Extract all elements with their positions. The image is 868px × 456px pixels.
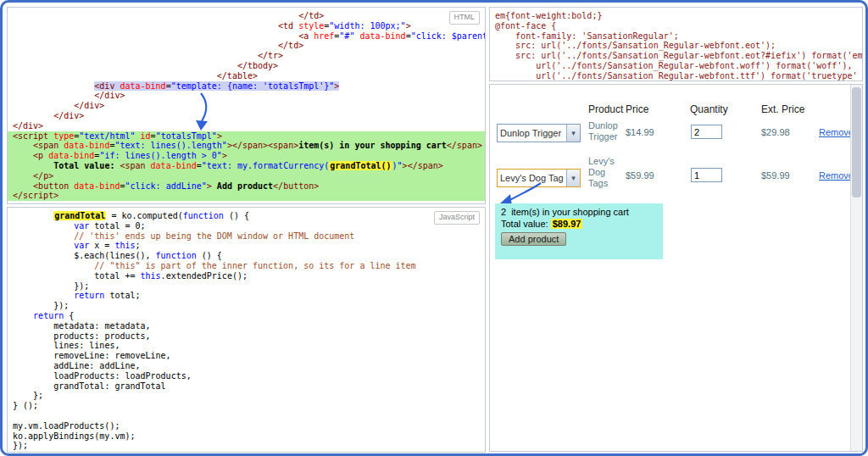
- code-line: @font-face {: [490, 21, 862, 31]
- remove-link[interactable]: Remove: [819, 127, 854, 137]
- code-line: grandTotal: grandTotal: [8, 381, 485, 392]
- code-line: src: url('../fonts/Sansation_Regular-web…: [490, 41, 862, 51]
- product-description: Dunlop Trigger: [588, 120, 629, 142]
- code-line: // "this" is part of the inner function,…: [8, 261, 485, 271]
- code-line: [8, 411, 485, 421]
- code-line: products: products,: [8, 331, 485, 342]
- js-code-panel: grandTotal = ko.computed(function () { v…: [7, 207, 486, 453]
- product-description: Levy's Dog Tags: [588, 156, 626, 189]
- code-line: </div>: [8, 111, 485, 121]
- code-line: <td style="width: 100px;">: [8, 21, 485, 31]
- product-select[interactable]: Dunlop Trigger ▾: [497, 124, 581, 142]
- code-line: <div data-bind="template: {name: 'totals…: [8, 81, 485, 92]
- total-value-line: Total value: $89.97: [501, 219, 657, 229]
- code-line: return {: [8, 311, 485, 321]
- code-line: <p data-bind="if: lines().length > 0">: [8, 151, 485, 161]
- code-line: url('../fonts/Sansation_Regular-webfont.…: [490, 71, 862, 81]
- code-line: var total = 0;: [8, 221, 485, 231]
- scrollbar-thumb[interactable]: [852, 87, 861, 197]
- html-code-panel: </td> <td style="width: 100px;"> <a href…: [7, 7, 486, 204]
- code-line: my.vm.loadProducts();: [8, 421, 485, 431]
- css-code: em{font-weight:bold;}@font-face { font-f…: [490, 8, 862, 81]
- code-line: lines: lines,: [8, 341, 485, 351]
- code-line: metadata: metadata,: [8, 321, 485, 331]
- code-line: var x = this;: [8, 241, 485, 251]
- code-line: font-family: 'SansationRegular';: [490, 31, 862, 42]
- code-line: // 'this' ends up being the DOM window o…: [8, 231, 485, 242]
- code-line: </div>: [8, 91, 485, 101]
- item-count: 2: [501, 207, 506, 217]
- code-line: };: [8, 391, 485, 401]
- code-line: </div>: [8, 121, 485, 131]
- code-line: addLine: addLine,: [8, 361, 485, 371]
- code-line: em{font-weight:bold;}: [490, 11, 862, 21]
- remove-link[interactable]: Remove: [819, 170, 854, 181]
- code-line: total += this.extendedPrice();: [8, 271, 485, 281]
- code-line: </td>: [8, 11, 485, 21]
- code-line: });: [8, 301, 485, 311]
- cart-totals: 2item(s) in your shopping cart Total val…: [495, 203, 663, 259]
- code-line: ko.applyBindings(my.vm);: [8, 431, 485, 442]
- js-code: grandTotal = ko.computed(function () { v…: [8, 208, 485, 451]
- total-value: $89.97: [551, 219, 583, 229]
- code-line: </tbody>: [8, 61, 485, 71]
- quantity-input[interactable]: [691, 168, 722, 182]
- code-line: } ();: [8, 401, 485, 411]
- css-code-panel: em{font-weight:bold;}@font-face { font-f…: [489, 7, 863, 81]
- code-line: <button data-bind="click: addLine"> Add …: [8, 181, 485, 192]
- code-line: grandTotal = ko.computed(function () {: [8, 211, 485, 221]
- code-line: <script type="text/html" id="totalsTmpl"…: [8, 131, 485, 142]
- add-product-button[interactable]: Add product: [501, 232, 566, 246]
- chevron-down-icon[interactable]: ▾: [566, 125, 580, 142]
- javascript-badge: JavaScript: [434, 211, 480, 225]
- code-line: return total;: [8, 291, 485, 301]
- code-line: removeLine: removeLine,: [8, 351, 485, 361]
- code-line: </p>: [8, 171, 485, 181]
- code-line: });: [8, 441, 485, 451]
- total-label: Total value:: [501, 219, 548, 229]
- extended-price: $29.98: [761, 127, 790, 137]
- unit-price: $14.99: [626, 127, 654, 137]
- quantity-input[interactable]: [691, 125, 722, 139]
- code-line: $.each(lines(), function () {: [8, 251, 485, 261]
- html-badge: HTML: [449, 11, 481, 25]
- product-select[interactable]: Levy's Dog Tag ▾: [497, 169, 581, 187]
- items-text: item(s) in your shopping cart: [511, 207, 629, 217]
- code-line: </script>: [8, 191, 485, 201]
- code-line: </td>: [8, 41, 485, 51]
- code-line: });: [8, 281, 485, 292]
- header-ext-price: Ext. Price: [761, 103, 804, 115]
- product-select-value: Dunlop Trigger: [498, 128, 566, 138]
- header-quantity: Quantity: [690, 103, 728, 115]
- code-line: </table>: [8, 71, 485, 81]
- vertical-scrollbar[interactable]: [850, 85, 862, 451]
- code-line: Total value: <span data-bind="text: my.f…: [8, 161, 485, 171]
- code-line: loadProducts: loadProducts,: [8, 371, 485, 381]
- unit-price: $59.99: [626, 170, 654, 181]
- screenshot-frame: </td> <td style="width: 100px;"> <a href…: [0, 0, 868, 456]
- code-line: </div>: [8, 101, 485, 111]
- header-product: Product: [588, 103, 623, 115]
- browser-preview-panel: Product Price Quantity Ext. Price Dunlop…: [489, 84, 863, 452]
- code-line: <a href="#" data-bind="click: $parent.re…: [8, 31, 485, 42]
- extended-price: $59.99: [761, 170, 790, 181]
- product-select-value: Levy's Dog Tag: [498, 173, 566, 183]
- html-code: </td> <td style="width: 100px;"> <a href…: [8, 8, 485, 201]
- header-price: Price: [626, 103, 648, 115]
- code-line: <span data-bind="text: lines().length"><…: [8, 141, 485, 151]
- code-line: url('../fonts/Sansation_Regular-webfont.…: [490, 61, 862, 71]
- chevron-down-icon[interactable]: ▾: [566, 170, 580, 186]
- items-count-line: 2item(s) in your shopping cart: [501, 207, 657, 217]
- code-line: src: url('../fonts/Sansation_Regular-web…: [490, 51, 862, 61]
- code-line: </tr>: [8, 51, 485, 61]
